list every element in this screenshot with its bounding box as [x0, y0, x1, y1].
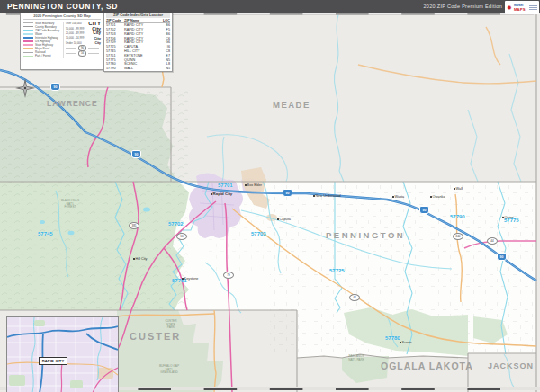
highway-shield-icon: 385: [129, 222, 140, 229]
table-row: 57790 WALL N5: [106, 67, 170, 71]
city-label: Keystone: [182, 277, 198, 281]
rapid-city-inset-map: [6, 316, 119, 392]
county-label: LAWRENCE: [47, 99, 98, 108]
zip-index-rows: 57701 RAPID CITY B6 57702 RAPID CITY F5 …: [106, 23, 170, 71]
zip-code-label: 57745: [38, 231, 53, 236]
city-label: Wasta: [392, 195, 404, 199]
inset-city-label: RAPID CITY: [39, 357, 68, 365]
col-loc: LOC: [161, 19, 170, 23]
county-label: OGLALA LAKOTA: [381, 361, 473, 371]
zip-index-title: ZIP Code Index/Grid Locator: [106, 13, 170, 18]
zip-code-label: 57703: [251, 231, 266, 236]
cell-zip-code: 57790: [106, 67, 124, 71]
interstate-shield-icon: 90: [497, 253, 507, 261]
legend-swatch: [23, 48, 33, 49]
legend-shield-samples: 90 16: [66, 45, 101, 56]
legend-item: Park / Forest: [23, 54, 63, 58]
legend-population-row: 10,000 - 24,999 City: [66, 36, 101, 40]
city-label: Rapid City: [211, 192, 232, 196]
population-sample-text: City: [93, 31, 101, 35]
park-label: BLACK HILLS NAT'L FOREST: [54, 200, 86, 209]
park-label: CUSTER STATE PARK: [155, 320, 187, 330]
legend-item-label: Park / Forest: [35, 54, 51, 58]
legend-population: Over 100,000 CITY 50,000 - 99,999 City 2…: [66, 22, 101, 46]
zip-code-label: 57790: [450, 214, 465, 219]
legend-swatch: [23, 22, 33, 24]
legend-swatch: [23, 40, 33, 42]
county-label: MEADE: [273, 100, 310, 110]
legend-shield-row: 16: [66, 50, 101, 56]
col-zip-code: ZIP Code: [106, 19, 124, 23]
city-label: Box Elder: [245, 183, 262, 187]
highway-shield-icon: 79: [223, 272, 234, 279]
legend-population-row: 25,000 - 49,999 City: [66, 31, 101, 35]
brand-logo: ✹ market MAPS: [505, 1, 539, 14]
legend-swatch: [23, 52, 33, 54]
page-title: PENNINGTON COUNTY, SD: [7, 0, 118, 13]
map-poster-screen: PENNINGTON COUNTY, SD 2020 ZIP Code Prem…: [0, 0, 540, 392]
legend-swatch: [23, 56, 33, 58]
legend-population-row: 50,000 - 99,999 City: [66, 26, 101, 31]
col-zip-name: ZIP Name: [124, 19, 161, 23]
county-label: PENNINGTON: [326, 230, 405, 240]
zip-code-label: 57701: [218, 183, 233, 188]
logo-text-bottom: MAPS: [514, 8, 526, 11]
cell-loc: N5: [161, 67, 170, 71]
zip-code-label: 57702: [168, 221, 184, 227]
legend-swatch: [23, 26, 33, 28]
interstate-shield-icon: 90: [283, 189, 292, 197]
legend-road-line: [88, 48, 99, 49]
population-sample-text: City: [95, 41, 101, 45]
city-label: Hill City: [133, 257, 147, 261]
population-range-label: Over 100,000: [66, 22, 82, 25]
cell-zip-name: WALL: [124, 67, 161, 71]
zip-code-label: 57780: [385, 335, 400, 341]
legend-road-line: [66, 48, 76, 49]
legend-panel: 2020 Pennington County, SD Map State Bou…: [20, 11, 104, 70]
logo-contact-lines: [529, 5, 537, 11]
interstate-shield-icon: 90: [131, 150, 141, 158]
highway-shield-icon: 240: [453, 233, 464, 240]
interstate-shield-icon: 90: [50, 83, 60, 91]
city-label: Quinn: [502, 216, 514, 219]
title-bar: PENNINGTON COUNTY, SD 2020 ZIP Code Prem…: [0, 0, 540, 13]
city-label: Owanka: [430, 195, 446, 199]
legend-shield-icon: 16: [78, 50, 86, 57]
highway-shield-icon: 44: [349, 294, 360, 301]
legend-swatch: [23, 30, 33, 31]
zip-code-label: 57725: [329, 268, 345, 273]
highway-shield-icon: 16: [176, 233, 187, 240]
legend-road-line: [88, 53, 99, 54]
legend-title: 2020 Pennington County, SD Map: [23, 13, 101, 20]
population-range-label: 50,000 - 99,999: [66, 27, 84, 31]
county-label: CUSTER: [130, 331, 181, 342]
population-range-label: 25,000 - 49,999: [66, 31, 84, 35]
legend-swatch: [23, 37, 33, 39]
zip-index-panel: ZIP Code Index/Grid Locator ZIP Code ZIP…: [104, 10, 173, 72]
legend-road-line: [66, 53, 76, 54]
population-range-label: 10,000 - 24,999: [66, 36, 84, 40]
legend-swatch: [23, 33, 33, 35]
park-label: BADLANDS NAT'L PARK: [340, 355, 373, 361]
legend-items: State Boundary County Boundary ZIP Code …: [23, 22, 63, 58]
population-sample-text: City: [94, 36, 101, 40]
inset-canvas: [7, 317, 118, 392]
city-label: Wall: [454, 187, 463, 191]
city-label: New Underwood: [313, 194, 341, 198]
county-label: JACKSON: [488, 361, 534, 370]
interstate-shield-icon: 90: [419, 206, 429, 214]
park-label: BUFFALO GAP NAT'L GRASSLAND: [153, 365, 185, 375]
highway-shield-icon: 44: [487, 237, 498, 245]
population-range-label: Under 10,000: [66, 41, 82, 45]
logo-star-icon: ✹: [507, 4, 512, 11]
city-label: Caputa: [277, 218, 291, 221]
compass-rose-icon: [14, 77, 36, 99]
legend-swatch: [23, 44, 33, 46]
edition-label: 2020 ZIP Code Premium Edition: [424, 0, 502, 13]
city-label: Scenic: [400, 341, 412, 344]
